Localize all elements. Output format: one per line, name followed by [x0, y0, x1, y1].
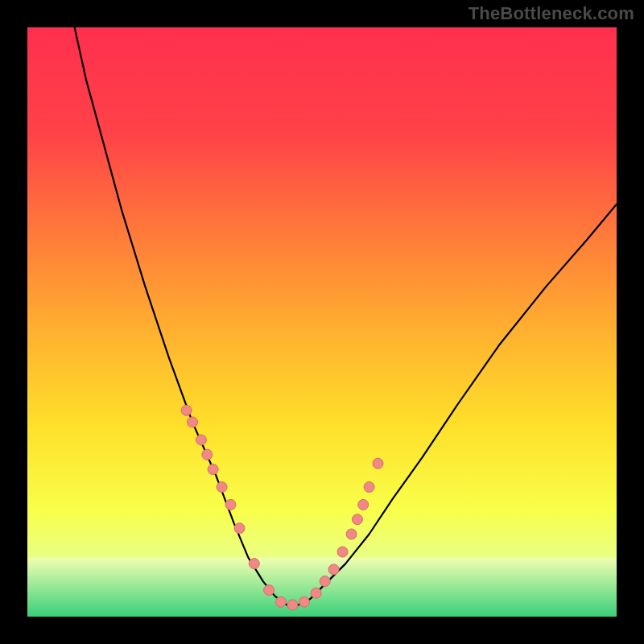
data-point — [337, 547, 348, 557]
chart-svg — [27, 27, 617, 617]
data-point — [352, 514, 362, 525]
data-point — [328, 564, 339, 575]
watermark-text: TheBottleneck.com — [469, 3, 634, 24]
data-point — [311, 588, 321, 598]
data-point — [275, 597, 286, 607]
data-point — [264, 585, 275, 596]
data-point — [287, 600, 298, 610]
data-point — [234, 523, 245, 534]
data-point — [196, 435, 206, 445]
data-point — [320, 576, 330, 587]
data-point — [188, 417, 198, 427]
data-point — [249, 559, 259, 569]
data-point — [202, 449, 213, 460]
data-point — [217, 482, 227, 493]
data-point — [373, 458, 383, 469]
data-point — [299, 597, 310, 607]
plot-area — [27, 27, 617, 617]
chart-container: TheBottleneck.com — [0, 0, 644, 644]
data-point — [364, 482, 374, 493]
data-point — [225, 499, 236, 510]
data-point — [208, 464, 218, 475]
data-point — [346, 529, 357, 539]
gradient-background — [27, 27, 617, 617]
data-point — [358, 499, 369, 510]
data-point — [181, 405, 192, 415]
